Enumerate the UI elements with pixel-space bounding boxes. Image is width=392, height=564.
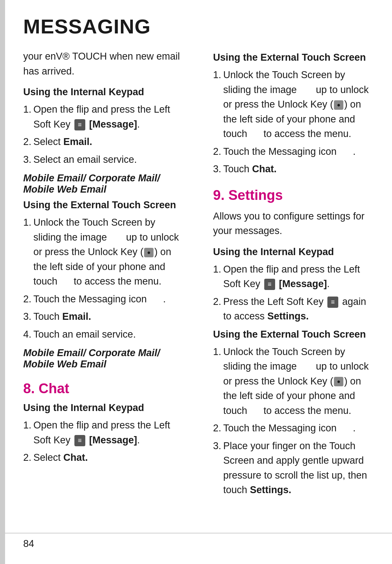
settings-external-touch-heading: Using the External Touch Screen: [213, 329, 374, 340]
list-item: 3. Touch Chat.: [213, 162, 374, 177]
settings-intro: Allows you to configure settings for you…: [213, 209, 374, 238]
list-item: 3. Select an email service.: [23, 152, 184, 167]
right-column: Using the External Touch Screen 1. Unloc…: [209, 49, 374, 503]
internal-keypad-list-1: 1. Open the flip and press the Left Soft…: [23, 102, 184, 167]
chat-internal-keypad-heading: Using the Internal Keypad: [23, 402, 184, 414]
soft-key-icon: ≡: [74, 435, 86, 446]
list-item: 2. Touch the Messaging icon .: [23, 292, 184, 307]
external-touch-heading-1: Using the External Touch Screen: [23, 200, 184, 211]
soft-key-icon: ≡: [74, 119, 86, 130]
list-item: 4. Touch an email service.: [23, 327, 184, 342]
page-title: MESSAGING: [23, 15, 374, 38]
chat-chapter-title: 8. Chat: [23, 381, 184, 396]
chat-external-touch-list: 1. Unlock the Touch Screen by sliding th…: [213, 68, 374, 177]
list-item: 2. Press the Left Soft Key ≡ again to ac…: [213, 294, 374, 324]
list-item: 1. Unlock the Touch Screen by sliding th…: [213, 345, 374, 418]
list-item: 2. Select Email.: [23, 134, 184, 149]
left-column: your enV® TOUCH when new email has arriv…: [23, 49, 188, 503]
settings-external-touch-list: 1. Unlock the Touch Screen by sliding th…: [213, 345, 374, 497]
list-item: 3. Place your finger on the Touch Screen…: [213, 439, 374, 497]
list-item: 1. Unlock the Touch Screen by sliding th…: [213, 68, 374, 141]
list-item: 3. Touch Email.: [23, 309, 184, 324]
page-number: 84: [23, 538, 34, 549]
settings-chapter-title: 9. Settings: [213, 188, 374, 203]
unlock-key-icon: ●: [144, 248, 154, 257]
unlock-key-icon: ●: [334, 377, 343, 386]
list-item: 1. Unlock the Touch Screen by sliding th…: [23, 215, 184, 289]
left-bar: [0, 0, 5, 564]
list-item: 2. Select Chat.: [23, 450, 184, 465]
mobile-email-heading-1: Mobile Email/ Corporate Mail/ Mobile Web…: [23, 173, 184, 195]
list-item: 2. Touch the Messaging icon .: [213, 421, 374, 436]
unlock-key-icon: ●: [334, 100, 343, 110]
list-item: 1. Open the flip and press the Left Soft…: [23, 102, 184, 132]
list-item: 1. Open the flip and press the Left Soft…: [213, 262, 374, 291]
chat-external-touch-heading: Using the External Touch Screen: [213, 52, 374, 63]
settings-internal-keypad-heading: Using the Internal Keypad: [213, 246, 374, 258]
list-item: 1. Open the flip and press the Left Soft…: [23, 418, 184, 447]
intro-text: your enV® TOUCH when new email has arriv…: [23, 49, 184, 78]
chat-internal-keypad-list: 1. Open the flip and press the Left Soft…: [23, 418, 184, 465]
bottom-bar: 84: [5, 533, 392, 549]
list-item: 2. Touch the Messaging icon .: [213, 144, 374, 159]
mobile-email-heading-2: Mobile Email/ Corporate Mail/ Mobile Web…: [23, 347, 184, 370]
two-column-layout: your enV® TOUCH when new email has arriv…: [23, 49, 374, 503]
soft-key-icon: ≡: [327, 297, 339, 308]
internal-keypad-heading-1: Using the Internal Keypad: [23, 86, 184, 98]
settings-internal-keypad-list: 1. Open the flip and press the Left Soft…: [213, 262, 374, 324]
external-touch-list-1: 1. Unlock the Touch Screen by sliding th…: [23, 215, 184, 342]
soft-key-icon: ≡: [264, 279, 275, 290]
